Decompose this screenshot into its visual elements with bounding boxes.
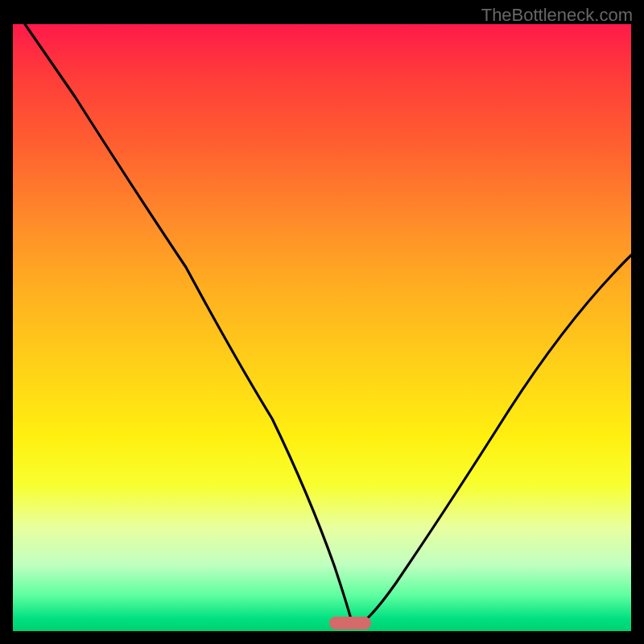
watermark-text: TheBottleneck.com: [481, 5, 633, 26]
chart-container: TheBottleneck.com: [0, 0, 644, 644]
curve-path: [25, 24, 631, 625]
bottleneck-curve: [13, 24, 631, 631]
balanced-point-pill: [329, 617, 371, 630]
plot-area: [13, 24, 631, 631]
